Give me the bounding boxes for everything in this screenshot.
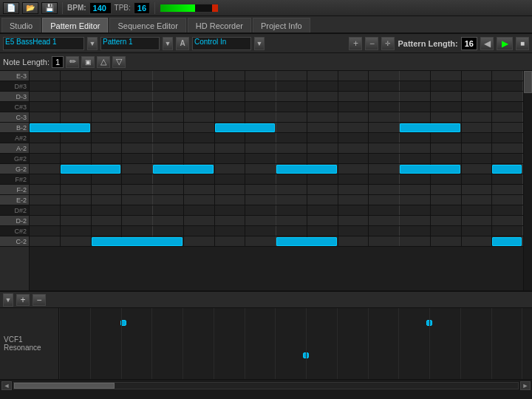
grid-cell-5-9[interactable] [307, 123, 338, 132]
grid-cell-7-0[interactable] [30, 143, 61, 153]
grid-cell-14-8[interactable] [276, 216, 307, 225]
grid-cell-7-15[interactable] [492, 143, 523, 153]
grid-cell-5-3[interactable] [122, 123, 153, 132]
grid-cell-4-7[interactable] [245, 112, 276, 122]
grid-cell-8-9[interactable] [307, 154, 338, 163]
grid-cell-2-15[interactable] [492, 92, 523, 101]
scroll-thumb[interactable] [14, 383, 115, 389]
grid-cell-11-9[interactable] [307, 185, 338, 194]
grid-cell-15-15[interactable] [492, 226, 523, 236]
grid-cell-15-1[interactable] [61, 226, 92, 236]
grid-cell-3-9[interactable] [307, 102, 338, 112]
grid-cell-7-4[interactable] [153, 143, 184, 153]
grid-cell-4-3[interactable] [122, 112, 153, 122]
note-block-2[interactable] [400, 123, 460, 132]
grid-cell-13-5[interactable] [184, 205, 215, 215]
grid-cell-5-14[interactable] [462, 123, 493, 132]
tab-project-info[interactable]: Project Info [253, 18, 310, 33]
select-tool[interactable]: ▣ [81, 56, 95, 68]
grid-cell-12-12[interactable] [400, 195, 431, 205]
grid-cell-2-13[interactable] [431, 92, 462, 101]
note-block-8[interactable] [92, 237, 183, 246]
grid-cell-15-10[interactable] [338, 226, 369, 236]
grid-cell-6-8[interactable] [276, 133, 307, 143]
grid-cell-13-15[interactable] [492, 205, 523, 215]
grid-row-13[interactable] [30, 205, 523, 216]
note-block-0[interactable] [30, 123, 90, 132]
grid-cell-5-4[interactable] [153, 123, 184, 132]
grid-cell-3-0[interactable] [30, 102, 61, 112]
grid-cell-8-8[interactable] [276, 154, 307, 163]
auto-remove-btn[interactable]: − [33, 294, 46, 306]
grid-cell-11-0[interactable] [30, 185, 61, 194]
tab-pattern-editor[interactable]: Pattern Editor [42, 18, 108, 33]
grid-cell-12-8[interactable] [276, 195, 307, 205]
grid-cell-9-0[interactable] [30, 164, 61, 174]
grid-cell-6-9[interactable] [307, 133, 338, 143]
grid-cell-6-10[interactable] [338, 133, 369, 143]
grid-cell-5-15[interactable] [492, 123, 523, 132]
grid-cell-13-6[interactable] [215, 205, 246, 215]
grid-cell-2-8[interactable] [276, 92, 307, 101]
note-block-9[interactable] [276, 237, 337, 246]
note-block-4[interactable] [153, 165, 214, 174]
remove-button[interactable]: − [365, 37, 378, 50]
open-button[interactable]: 📂 [22, 2, 38, 14]
grid-cell-4-15[interactable] [492, 112, 523, 122]
grid-cell-8-11[interactable] [369, 154, 400, 163]
grid-cell-15-7[interactable] [245, 226, 276, 236]
grid-cell-15-6[interactable] [215, 226, 246, 236]
grid-cell-13-8[interactable] [276, 205, 307, 215]
grid-cell-1-4[interactable] [153, 81, 184, 91]
add-button[interactable]: + [349, 37, 362, 50]
grid-cell-8-0[interactable] [30, 154, 61, 163]
grid-cell-11-7[interactable] [245, 185, 276, 194]
grid-cell-2-11[interactable] [369, 92, 400, 101]
grid-cell-6-15[interactable] [492, 133, 523, 143]
down-tool[interactable]: ▽ [112, 56, 126, 68]
grid-cell-11-4[interactable] [153, 185, 184, 194]
play-button[interactable]: ▶ [497, 37, 513, 50]
grid-cell-4-5[interactable] [184, 112, 215, 122]
grid-cell-8-7[interactable] [245, 154, 276, 163]
grid-cell-8-1[interactable] [61, 154, 92, 163]
grid-cell-6-13[interactable] [431, 133, 462, 143]
grid-cell-12-9[interactable] [307, 195, 338, 205]
grid-cell-14-5[interactable] [184, 216, 215, 225]
piano-key-C-3[interactable]: C-3 [0, 112, 29, 123]
grid-cell-8-3[interactable] [122, 154, 153, 163]
grid-cell-13-2[interactable] [92, 205, 123, 215]
grid-cell-7-11[interactable] [369, 143, 400, 153]
grid-cell-1-8[interactable] [276, 81, 307, 91]
new-button[interactable]: 📄 [3, 2, 19, 14]
grid-cell-13-3[interactable] [122, 205, 153, 215]
note-block-7[interactable] [492, 165, 522, 174]
grid-cell-6-6[interactable] [215, 133, 246, 143]
grid-cell-14-7[interactable] [245, 216, 276, 225]
grid-cell-10-10[interactable] [338, 174, 369, 184]
automation-grid[interactable] [59, 308, 532, 379]
grid-row-14[interactable] [30, 216, 523, 226]
grid-cell-4-11[interactable] [369, 112, 400, 122]
grid-cell-0-9[interactable] [307, 71, 338, 81]
piano-vertical-scrollbar[interactable] [523, 71, 532, 290]
grid-cell-7-9[interactable] [307, 143, 338, 153]
grid-cell-2-12[interactable] [400, 92, 431, 101]
save-button[interactable]: 💾 [41, 2, 58, 14]
grid-cell-4-14[interactable] [462, 112, 493, 122]
grid-cell-16-0[interactable] [30, 236, 61, 246]
grid-cell-2-3[interactable] [122, 92, 153, 101]
pattern-select[interactable]: Pattern 1 [100, 37, 160, 50]
grid-cell-7-2[interactable] [92, 143, 123, 153]
grid-cell-13-7[interactable] [245, 205, 276, 215]
grid-cell-0-14[interactable] [462, 71, 493, 81]
grid-cell-8-14[interactable] [462, 154, 493, 163]
grid-cell-13-9[interactable] [307, 205, 338, 215]
grid-cell-12-14[interactable] [462, 195, 493, 205]
grid-cell-6-5[interactable] [184, 133, 215, 143]
grid-cell-1-11[interactable] [369, 81, 400, 91]
grid-cell-6-4[interactable] [153, 133, 184, 143]
stop-button[interactable]: ■ [516, 37, 529, 50]
grid-cell-8-13[interactable] [431, 154, 462, 163]
bpm-value[interactable]: 140 [89, 2, 112, 14]
